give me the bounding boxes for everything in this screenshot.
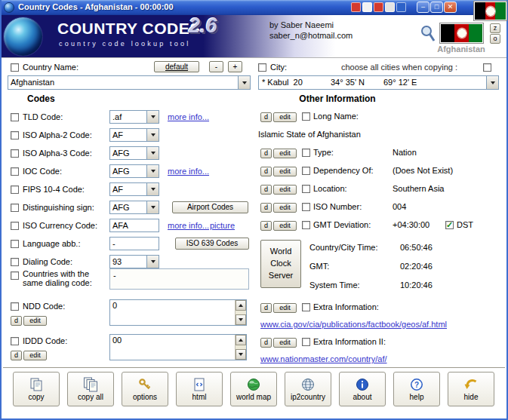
extra2-d-button[interactable]: d: [260, 338, 272, 348]
ndd-checkbox[interactable]: [11, 302, 19, 311]
iddd-scrollbar[interactable]: [235, 335, 246, 360]
type-edit-button[interactable]: edit: [273, 149, 297, 158]
tray-icon-2[interactable]: [362, 2, 372, 12]
iso-number-edit-button[interactable]: edit: [273, 203, 297, 213]
scroll-up-icon[interactable]: [236, 335, 246, 345]
tray-icon-3[interactable]: [374, 2, 383, 12]
world-map-button[interactable]: world map: [230, 372, 277, 406]
chevron-down-icon[interactable]: [486, 76, 498, 89]
iddd-edit-button[interactable]: edit: [23, 351, 47, 360]
iso-number-d-button[interactable]: d: [260, 203, 272, 213]
tld-combobox[interactable]: .af: [109, 110, 159, 124]
chevron-down-icon[interactable]: [146, 147, 159, 159]
close-button[interactable]: ✕: [444, 2, 457, 13]
iso2-checkbox[interactable]: [11, 131, 19, 139]
copy-button[interactable]: copy: [13, 372, 60, 406]
location-d-button[interactable]: d: [260, 185, 272, 195]
iso-number-checkbox[interactable]: [302, 203, 310, 211]
tray-icon-4[interactable]: [385, 2, 395, 12]
ioc-combobox[interactable]: AFG: [109, 164, 159, 178]
ndd-textarea[interactable]: 0: [109, 299, 247, 326]
flag-zoom-button[interactable]: z: [490, 23, 500, 33]
dst-checkbox[interactable]: [445, 221, 454, 229]
maximize-button[interactable]: □: [430, 2, 443, 13]
world-clock-server-button[interactable]: World Clock Server: [260, 240, 301, 288]
long-name-d-button[interactable]: d: [260, 112, 272, 122]
long-name-edit-button[interactable]: edit: [273, 112, 297, 122]
chevron-down-icon[interactable]: [238, 76, 250, 89]
chevron-down-icon[interactable]: [146, 201, 159, 213]
chevron-down-icon[interactable]: [146, 183, 159, 195]
gmt-edit-button[interactable]: edit: [273, 221, 297, 231]
ndd-scrollbar[interactable]: [235, 300, 246, 325]
dialing-checkbox[interactable]: [11, 258, 19, 266]
iddd-checkbox[interactable]: [11, 337, 19, 345]
font-smaller-button[interactable]: -: [209, 61, 223, 72]
language-input[interactable]: [109, 237, 159, 250]
dependency-checkbox[interactable]: [302, 167, 310, 175]
ioc-more-info-link[interactable]: more info...: [168, 167, 209, 176]
airport-codes-button[interactable]: Airport Codes: [172, 201, 248, 213]
default-button[interactable]: default: [154, 61, 199, 72]
country-name-checkbox[interactable]: [11, 63, 19, 72]
sign-combobox[interactable]: AFG: [109, 201, 159, 214]
type-d-button[interactable]: d: [260, 149, 272, 158]
fips-checkbox[interactable]: [11, 185, 19, 194]
type-checkbox[interactable]: [302, 149, 310, 157]
iddd-textarea[interactable]: 00: [109, 334, 247, 360]
iddd-d-button[interactable]: d: [11, 351, 22, 360]
tray-icon-1[interactable]: [351, 2, 361, 12]
iso3-combobox[interactable]: AFG: [109, 146, 159, 160]
currency-checkbox[interactable]: [11, 222, 19, 230]
scroll-down-icon[interactable]: [236, 349, 246, 360]
location-checkbox[interactable]: [302, 185, 310, 193]
help-button[interactable]: ? help: [393, 372, 440, 406]
sign-checkbox[interactable]: [11, 204, 19, 212]
gmt-d-button[interactable]: d: [260, 221, 272, 231]
copy-all-button[interactable]: copy all: [67, 372, 114, 406]
currency-picture-link[interactable]: picture: [210, 221, 235, 230]
language-checkbox[interactable]: [11, 240, 19, 248]
currency-input[interactable]: [109, 219, 159, 232]
iso2-combobox[interactable]: AF: [109, 128, 159, 142]
iso-639-codes-button[interactable]: ISO 639 Codes: [175, 238, 249, 250]
gmt-checkbox[interactable]: [302, 221, 310, 229]
chevron-down-icon[interactable]: [146, 165, 159, 177]
extra2-edit-button[interactable]: edit: [273, 338, 297, 348]
extra1-edit-button[interactable]: edit: [273, 303, 297, 313]
extra1-d-button[interactable]: d: [260, 303, 272, 313]
chevron-down-icon[interactable]: [146, 129, 159, 141]
hide-button[interactable]: hide: [448, 372, 494, 406]
dependency-d-button[interactable]: d: [260, 167, 272, 176]
tray-icon-5[interactable]: [396, 2, 406, 12]
location-edit-button[interactable]: edit: [273, 185, 297, 195]
long-name-checkbox[interactable]: [302, 112, 310, 121]
about-button[interactable]: about: [339, 372, 386, 406]
titlebar[interactable]: Country Codes - Afghanistan - 00:00:00 –…: [0, 0, 508, 15]
dialing-combobox[interactable]: 93: [109, 255, 159, 268]
scroll-up-icon[interactable]: [236, 300, 246, 311]
flag-open-button[interactable]: o: [490, 34, 500, 44]
currency-more-info-link[interactable]: more info...: [168, 221, 209, 230]
extra1-link[interactable]: www.cia.gov/cia/publications/factbook/ge…: [260, 320, 447, 329]
city-combobox[interactable]: * Kabul 20 34° 35' N 69° 12' E: [258, 75, 499, 90]
tld-more-info-link[interactable]: more info...: [168, 112, 209, 121]
chevron-down-icon[interactable]: [146, 111, 159, 123]
options-button[interactable]: options: [122, 372, 168, 406]
extra2-checkbox[interactable]: [302, 338, 310, 346]
ndd-edit-button[interactable]: edit: [23, 316, 47, 326]
city-checkbox[interactable]: [258, 63, 266, 72]
html-button[interactable]: html: [176, 372, 223, 406]
fips-combobox[interactable]: AF: [109, 182, 159, 196]
extra1-checkbox[interactable]: [302, 303, 310, 311]
minimize-button[interactable]: –: [417, 2, 429, 13]
country-combobox[interactable]: Afghanistan: [8, 75, 251, 90]
chevron-down-icon[interactable]: [146, 256, 159, 268]
copy-all-cities-checkbox[interactable]: [483, 63, 491, 72]
iso3-checkbox[interactable]: [11, 149, 19, 158]
tld-checkbox[interactable]: [11, 113, 19, 121]
ndd-d-button[interactable]: d: [11, 316, 22, 326]
font-larger-button[interactable]: +: [228, 61, 242, 72]
ip2country-button[interactable]: ip2country: [285, 372, 331, 406]
scroll-down-icon[interactable]: [236, 314, 246, 325]
